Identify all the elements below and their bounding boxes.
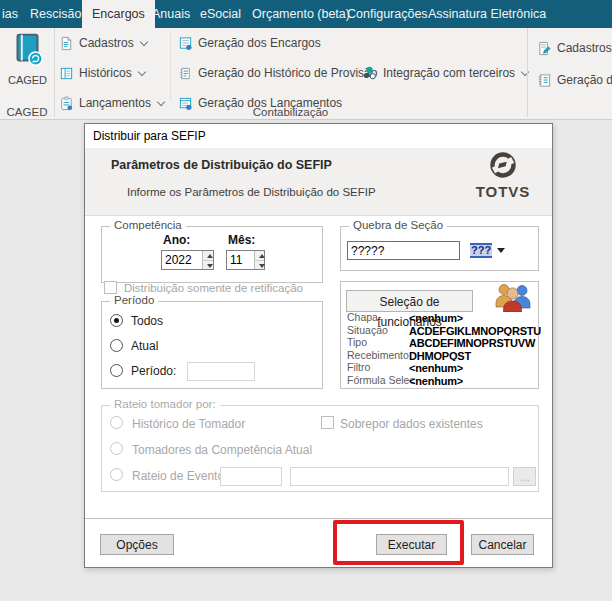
ribbon-separator xyxy=(54,28,55,117)
executar-button[interactable]: Executar xyxy=(376,534,447,555)
selecao-row-situacao: SituaçãoACDEFGIKLMNOPQRSTU xyxy=(347,324,547,337)
group-rateio-tomador: Rateio tomador por: Histórico de Tomador… xyxy=(101,405,539,492)
document-icon xyxy=(58,35,74,51)
caged-button-label: CAGED xyxy=(4,74,51,86)
menu-historicos[interactable]: Históricos xyxy=(58,63,146,83)
chevron-down-icon xyxy=(140,39,148,47)
mes-stepper xyxy=(226,250,265,270)
group-selecao-funcionarios: Seleção de funcionários Chapa<nenhum> Si… xyxy=(340,281,539,389)
distribuir-sefip-dialog: Distribuir para SEFIP Parâmetros de Dist… xyxy=(84,123,553,568)
cancelar-button[interactable]: Cancelar xyxy=(471,534,534,555)
ribbon-separator xyxy=(170,32,171,101)
selecao-row-recebimento: RecebimentoDHMOPQST xyxy=(347,349,547,362)
header-title: Parâmetros de Distribuição do SEFIP xyxy=(111,158,332,172)
people-group-icon xyxy=(491,282,533,312)
tab-assinatura[interactable]: Assinatura Eletrônica xyxy=(428,0,546,28)
molecule-icon xyxy=(362,65,378,81)
menu-cadastros-f[interactable]: Cadastros F xyxy=(536,38,612,58)
tab-esocial[interactable]: eSocial xyxy=(200,0,241,28)
quebra-secao-input[interactable] xyxy=(347,241,460,260)
sobrepor-checkbox[interactable] xyxy=(321,416,334,429)
totvs-logo-text: TOTVS xyxy=(470,183,536,200)
sobrepor-checkbox-label: Sobrepor dados existentes xyxy=(340,417,483,431)
selecao-row-tipo: TipoABCDEFIMNOPRSTUVW xyxy=(347,336,547,349)
app-window: ias Rescisão Encargos Anuais eSocial Orç… xyxy=(0,0,612,601)
workspace: Distribuir para SEFIP Parâmetros de Dist… xyxy=(0,121,612,601)
menu-integracao-terceiros[interactable]: Integração com terceiros xyxy=(362,63,529,83)
mes-input[interactable] xyxy=(227,251,254,269)
action-geracao-historico[interactable]: Geração do Histórico de Provisão xyxy=(177,63,377,83)
radio-atual[interactable] xyxy=(110,339,123,352)
periodo-input[interactable] xyxy=(187,362,255,381)
caged-book-icon xyxy=(8,30,48,70)
dialog-title-bar[interactable]: Distribuir para SEFIP xyxy=(85,124,552,148)
ribbon-separator xyxy=(527,28,528,117)
group-periodo: Período Todos Atual Período: xyxy=(101,301,323,389)
radio-todos[interactable] xyxy=(110,314,123,327)
radio-periodo[interactable] xyxy=(110,364,123,377)
radio-rateio-eventos[interactable] xyxy=(110,468,123,481)
ano-label: Ano: xyxy=(163,233,190,247)
selecao-funcionarios-button[interactable]: Seleção de funcionários xyxy=(346,290,473,312)
spin-up-button[interactable] xyxy=(203,251,213,261)
chevron-down-icon xyxy=(138,69,146,77)
ribbon-group-label-caged: CAGED xyxy=(0,105,54,119)
tab-anuais[interactable]: Anuais xyxy=(152,0,190,28)
menu-cadastros[interactable]: Cadastros xyxy=(58,33,148,53)
dialog-header: Parâmetros de Distribuição do SEFIP Info… xyxy=(85,148,552,216)
header-subtitle: Informe os Parâmetros de Distribuição do… xyxy=(127,186,376,198)
tab-rescisao[interactable]: Rescisão xyxy=(30,0,81,28)
retificacao-checkbox-label: Distribuição somente de retificação xyxy=(124,282,303,294)
selecao-summary: Chapa<nenhum> SituaçãoACDEFGIKLMNOPQRSTU… xyxy=(347,311,547,386)
rateio-evento-desc-input[interactable] xyxy=(290,467,509,486)
selecao-row-formula: Fórmula Selec<nenhum> xyxy=(347,374,547,387)
mes-label: Mês: xyxy=(228,233,255,247)
document-list-icon xyxy=(177,65,193,81)
ribbon: CAGED Cadastros Históricos Lançamentos xyxy=(0,28,612,120)
totvs-logo: TOTVS xyxy=(470,151,536,200)
ledger-book-icon xyxy=(536,72,552,88)
radio-tomadores-competencia[interactable] xyxy=(110,442,123,455)
tab-orcamento[interactable]: Orçamento (beta) xyxy=(252,0,350,28)
menu-geracao-do[interactable]: Geração do xyxy=(536,70,612,90)
spin-down-button[interactable] xyxy=(255,261,264,270)
radio-historico-tomador[interactable] xyxy=(110,416,123,429)
group-competencia: Competência Ano: Mês: xyxy=(101,226,323,283)
ribbon-group-label-contabilizacao: Contabilização xyxy=(54,105,527,119)
action-geracao-encargos[interactable]: Geração dos Encargos xyxy=(177,33,321,53)
selecao-row-chapa: Chapa<nenhum> xyxy=(347,311,547,324)
footer-separator xyxy=(85,518,552,519)
rateio-evento-input[interactable] xyxy=(220,467,282,486)
ano-input[interactable] xyxy=(162,251,202,269)
group-quebra-secao: Quebra de Seção ??? xyxy=(340,226,539,271)
table-icon xyxy=(58,65,74,81)
opcoes-button[interactable]: Opções xyxy=(100,534,174,555)
spin-down-button[interactable] xyxy=(203,261,213,270)
totvs-logo-icon xyxy=(489,151,517,179)
dropdown-arrow-icon xyxy=(497,248,505,253)
dialog-title: Distribuir para SEFIP xyxy=(93,129,206,143)
tab-configuracoes[interactable]: Configurações xyxy=(347,0,428,28)
retificacao-checkbox[interactable] xyxy=(104,281,117,294)
ano-stepper xyxy=(161,250,214,270)
tab-ferias[interactable]: ias xyxy=(2,0,18,28)
section-picker-icon: ??? xyxy=(470,243,492,258)
selecao-row-filtro: Filtro<nenhum> xyxy=(347,361,547,374)
ribbon-tab-bar: ias Rescisão Encargos Anuais eSocial Orç… xyxy=(0,0,612,28)
caged-button[interactable]: CAGED xyxy=(4,30,51,102)
quebra-secao-picker[interactable]: ??? xyxy=(470,243,505,258)
spin-up-button[interactable] xyxy=(255,251,264,261)
document-pencil-icon xyxy=(536,40,552,56)
rateio-browse-button[interactable]: ... xyxy=(513,467,536,486)
tab-encargos[interactable]: Encargos xyxy=(82,0,155,28)
document-gear-icon xyxy=(177,35,193,51)
